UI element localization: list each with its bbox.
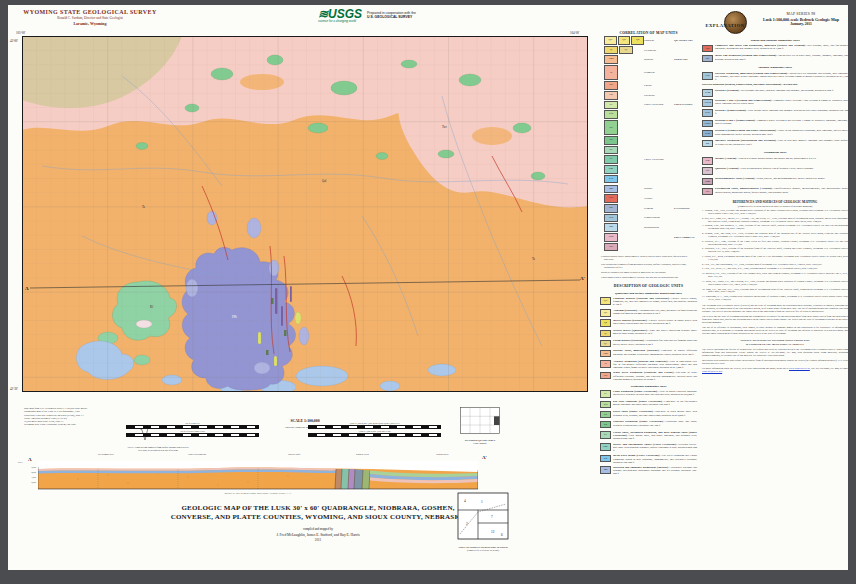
unit-name: Metasedimentary rocks (Archean) — [715, 177, 754, 180]
cross-section[interactable] — [38, 461, 478, 495]
unit-swatch: Ta — [604, 65, 618, 80]
svg-text:7: 7 — [491, 515, 493, 519]
unit-swatch: Kc — [600, 431, 611, 439]
description-title: DESCRIPTION OF GEOLOGIC UNITS — [600, 284, 697, 288]
index-diagram-canvas: 127 1246 — [457, 492, 509, 542]
correlation-title: CORRELATION OF MAP UNITS — [600, 31, 697, 35]
reference-item: 4. Denson, N.M., and Horn, G.H., 1975, G… — [702, 233, 848, 239]
epoch-label: Eocene — [644, 84, 674, 87]
unit-swatch: Pge — [702, 55, 713, 63]
unit-name: Inyan Kara Group (Lower Cretaceous) — [613, 454, 659, 457]
unit-description: Carlile Shale, Greenhorn Formation, and … — [613, 431, 697, 441]
scale-bar-meters-graphic — [308, 433, 441, 437]
reference-item: 8. Love, J.D., and Christiansen, A.C., 1… — [702, 264, 848, 267]
section-end-a-prime: A′ — [482, 455, 487, 460]
unit-entry: TmuMiocene rocks, undivided (Miocene)—Li… — [600, 349, 697, 357]
section-surface-labels: Old Woman CreekLance Creek anticlineHart… — [38, 453, 478, 461]
unit-name: Mowry and Thermopolis Shales (Lower Cret… — [613, 443, 676, 446]
unit-swatch: Tcp — [604, 91, 618, 100]
svg-text:Kl: Kl — [150, 305, 153, 309]
unit-entry: WgrGranite (Archean)—Pink to red coarse-… — [702, 157, 848, 165]
legend-column-left: CORRELATION OF MAP UNITS QalQlsQgHolocen… — [600, 31, 697, 475]
notice-paragraph: The WSGS and the State of Wyoming discla… — [702, 315, 848, 324]
unit-entry: QgGravel deposits (Pleistocene)—Locally … — [600, 319, 697, 327]
scale-bar-km-graphic — [126, 433, 259, 437]
section-surface-label: Hartville uplift — [288, 453, 300, 455]
unit-description: Alluvium (Holocene)—Unconsolidated silt,… — [613, 309, 697, 317]
unit-description: Hartville Formation, undivided (Permian … — [715, 72, 848, 81]
legend-note: Isolated exposures too small to show at … — [600, 271, 697, 274]
index-to-mapping: 127 1246 INDEX TO SOURCES OF GEOLOGIC MA… — [454, 492, 512, 551]
usgs-tagline: science for a changing world — [318, 19, 362, 23]
scale-bar-feet: 1,000 0 1,000 2,000 3,000 4,000 5,000 6,… — [308, 422, 441, 439]
correlation-row: QalQlsQgHoloceneQUATERNARY — [600, 36, 697, 45]
svg-text:A′: A′ — [580, 276, 586, 281]
reference-item: 3. Denson, N.M., and Botinelly, T., 1949… — [702, 225, 848, 231]
byline: compiled and mapped by — [148, 527, 488, 531]
unit-descriptions-left: Quaternary and Tertiary sedimentary depo… — [600, 291, 697, 476]
unit-swatch: Kn — [604, 136, 618, 145]
unit-name: Gravel deposits (Pleistocene) — [613, 319, 647, 322]
section-surface-label: Rawhide Creek — [356, 453, 369, 455]
correlation-swatches: Ta — [600, 65, 644, 80]
unit-swatch: Tmu — [604, 55, 618, 64]
wsgs-email-link[interactable]: wsgs-info@wyo.gov — [702, 370, 722, 373]
correlation-swatches: Mg — [600, 223, 644, 232]
unit-swatch: Ta — [600, 360, 611, 368]
unit-entry: KlLance Formation (Upper Cretaceous)—Gra… — [600, 390, 697, 398]
correlation-swatches: QtQe — [600, 46, 644, 55]
geologic-map[interactable]: AA′ TaTwrTa QalPPhKl — [22, 36, 588, 392]
scale-bar-feet-graphic — [308, 425, 441, 429]
unit-swatch: Kmt — [600, 443, 611, 451]
unit-description: Terrace gravel (Quaternary)—Sand and gra… — [613, 329, 697, 337]
unit-name: Terrace gravel (Quaternary) — [613, 329, 647, 332]
unit-description: Division 2 (Pennsylvanian and Upper Miss… — [715, 129, 848, 137]
unit-description: Goose Egg Formation (Permian and Pennsyl… — [715, 54, 848, 62]
unit-entry: JmsMorrison and Sundance Formations (Jur… — [600, 466, 697, 475]
period-label: PRECAMBRIAN — [674, 236, 696, 239]
unit-swatch: Wq — [702, 167, 713, 175]
unit-group-heading: Cretaceous sedimentary rocks — [600, 384, 697, 388]
wsgs-website-link[interactable]: www.wsgs.uwyo.edu — [789, 367, 810, 370]
correlation-row: Kp — [600, 120, 697, 135]
reference-item: 2. Day, W.C., Sims, P.K., Snyder, G.L., … — [702, 218, 848, 224]
title-block: GEOLOGIC MAP OF THE LUSK 30' x 60' QUADR… — [148, 504, 488, 542]
unit-swatch: Kfh — [604, 110, 618, 119]
unit-entry: WmsMetasedimentary rocks (Archean)—Schis… — [702, 177, 848, 185]
references-list: 1. Denson, N.M., 1969, Geology and groun… — [702, 210, 848, 302]
unit-name: Miocene rocks, undivided (Miocene) — [613, 349, 659, 352]
unit-entry: WqQuartzite (Archean)—Gray to pinkish-gr… — [702, 167, 848, 175]
legend-column-right: Triassic and Paleozoic sedimentary rocks… — [702, 35, 848, 373]
index-diagram-subcaption: (Numbers refer to reference list at righ… — [454, 549, 512, 551]
unit-description: Metasedimentary rocks (Archean)—Schist, … — [715, 177, 825, 185]
unit-name: White River Formation (Oligocene and Eoc… — [613, 371, 673, 374]
unit-entry: PgeGoose Egg Formation (Permian and Penn… — [702, 54, 848, 62]
usgs-header: ≋USGS science for a changing world Prepa… — [318, 9, 416, 23]
correlation-swatches: TRc — [600, 194, 644, 203]
unit-name: Carlile Shale, Greenhorn Formation, and … — [613, 431, 697, 437]
unit-name: Arikaree Formation (Miocene and Oligocen… — [613, 360, 667, 363]
section-surface-label: Lance Creek anticline — [188, 453, 206, 455]
unit-swatch: Wgr — [702, 157, 713, 165]
unit-swatch: Mg — [702, 140, 713, 148]
unit-entry: KpPierre Shale (Upper Cretaceous)—Dark-g… — [600, 410, 697, 418]
unit-group-heading: Triassic and Paleozoic sedimentary rocks — [702, 38, 848, 42]
unit-swatch: PPh34 — [702, 99, 713, 107]
epoch-label: Upper Cretaceous — [644, 103, 674, 106]
unit-swatch: Qls — [600, 297, 611, 305]
correlation-row: MgMississippian — [600, 223, 697, 232]
unit-swatch: Qt — [604, 46, 618, 55]
correlation-swatches: Pge — [600, 204, 644, 213]
correlation-row: KlUpper CretaceousCRETACEOUS — [600, 101, 697, 110]
epoch-label: Permian — [644, 207, 674, 210]
usgs-logo: ≋USGS science for a changing world — [318, 9, 362, 23]
graticule-label-lat-top: 43°00' — [10, 39, 18, 43]
correlation-row: PgePermianPALEOZOIC — [600, 204, 697, 213]
explanation-title: EXPLANATION — [600, 23, 850, 28]
graticule-label-ne: 104°00' — [570, 31, 579, 35]
legend-note: Contacts dashed where approximately loca… — [600, 255, 697, 261]
unit-description: Divisions 2 and 3 (Pennsylvanian)—Combin… — [715, 119, 848, 127]
unit-swatch: Qe — [600, 340, 611, 348]
reference-item: 1. Denson, N.M., 1969, Geology and groun… — [702, 210, 848, 216]
unit-description: Divisions 3 and 4 (Permian and Pennsylva… — [715, 99, 848, 107]
